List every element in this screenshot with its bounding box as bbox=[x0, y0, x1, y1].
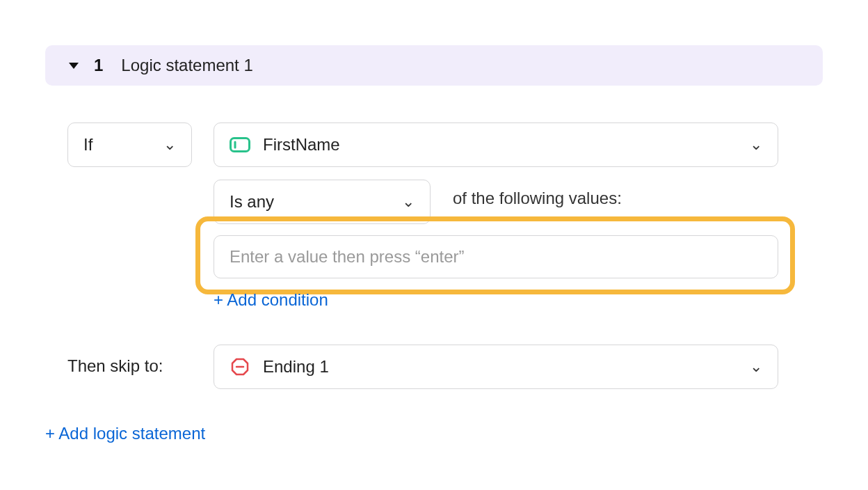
svg-rect-0 bbox=[231, 139, 250, 152]
operator-select[interactable]: Is any ⌄ bbox=[214, 180, 431, 224]
logic-builder-card: 1 Logic statement 1 If ⌄ FirstName ⌄ Is … bbox=[0, 0, 868, 490]
chevron-down-icon: ⌄ bbox=[163, 136, 176, 154]
following-values-label: of the following values: bbox=[453, 189, 622, 208]
collapse-caret-icon bbox=[69, 63, 79, 69]
chevron-down-icon: ⌄ bbox=[750, 136, 762, 154]
logic-statement-header[interactable]: 1 Logic statement 1 bbox=[45, 45, 823, 86]
stop-icon bbox=[230, 359, 250, 374]
clause-select[interactable]: If ⌄ bbox=[67, 122, 192, 167]
chevron-down-icon: ⌄ bbox=[750, 358, 762, 376]
statement-number: 1 bbox=[94, 56, 103, 75]
field-select[interactable]: FirstName ⌄ bbox=[214, 122, 778, 167]
text-field-icon bbox=[230, 137, 250, 152]
then-skip-to-label: Then skip to: bbox=[67, 356, 163, 376]
field-select-value: FirstName bbox=[263, 135, 737, 155]
operator-select-value: Is any bbox=[230, 192, 402, 212]
value-input[interactable] bbox=[214, 235, 778, 278]
skip-target-select[interactable]: Ending 1 ⌄ bbox=[214, 345, 778, 389]
statement-title: Logic statement 1 bbox=[121, 56, 252, 75]
clause-select-value: If bbox=[83, 135, 163, 155]
chevron-down-icon: ⌄ bbox=[402, 193, 415, 211]
add-condition-link[interactable]: + Add condition bbox=[214, 290, 328, 310]
add-logic-statement-link[interactable]: + Add logic statement bbox=[45, 424, 205, 443]
skip-target-value: Ending 1 bbox=[263, 357, 737, 377]
